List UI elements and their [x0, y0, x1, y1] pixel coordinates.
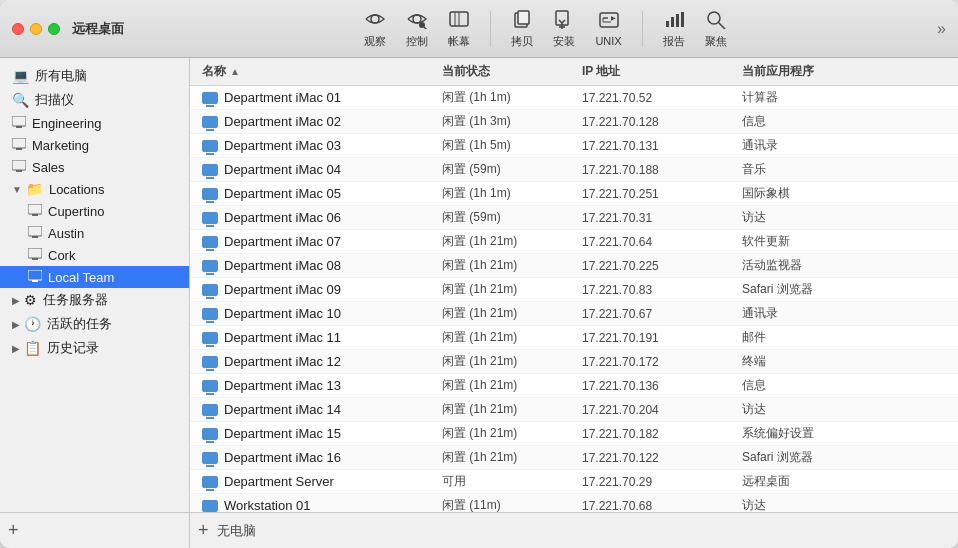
- svg-rect-35: [28, 248, 42, 258]
- cell-ip: 17.221.70.188: [582, 163, 742, 177]
- history-disclosure: ▶: [12, 343, 20, 354]
- table-row[interactable]: Department iMac 16 闲置 (1h 21m) 17.221.70…: [190, 446, 958, 470]
- sidebar-item-scanner[interactable]: 🔍 扫描仪: [0, 88, 189, 112]
- panel-add-button[interactable]: +: [198, 520, 209, 541]
- table-row[interactable]: Department iMac 05 闲置 (1h 1m) 17.221.70.…: [190, 182, 958, 206]
- observe-icon: [364, 9, 386, 32]
- sidebar-item-label: Locations: [49, 182, 181, 197]
- sidebar-add-button[interactable]: +: [8, 520, 19, 541]
- cell-name: Department iMac 15: [202, 426, 442, 441]
- table-row[interactable]: Department iMac 12 闲置 (1h 21m) 17.221.70…: [190, 350, 958, 374]
- table-row[interactable]: Department iMac 07 闲置 (1h 21m) 17.221.70…: [190, 230, 958, 254]
- table-row[interactable]: Department iMac 02 闲置 (1h 3m) 17.221.70.…: [190, 110, 958, 134]
- cell-app: 访达: [742, 497, 946, 512]
- sidebar-item-label: 所有电脑: [35, 67, 181, 85]
- sidebar-item-local-team[interactable]: Local Team: [0, 266, 189, 288]
- sidebar-item-engineering[interactable]: Engineering: [0, 112, 189, 134]
- computer-icon: [202, 140, 218, 152]
- table-row[interactable]: Department iMac 06 闲置 (59m) 17.221.70.31…: [190, 206, 958, 230]
- table-row[interactable]: Department iMac 01 闲置 (1h 1m) 17.221.70.…: [190, 86, 958, 110]
- svg-text:▶: ▶: [611, 15, 616, 21]
- sidebar-item-history[interactable]: ▶ 📋 历史记录: [0, 336, 189, 360]
- sidebar-item-cork[interactable]: Cork: [0, 244, 189, 266]
- cell-name: Department iMac 03: [202, 138, 442, 153]
- toolbar-control[interactable]: 控制: [406, 9, 428, 49]
- install-icon: [553, 9, 575, 32]
- column-header-status[interactable]: 当前状态: [442, 63, 582, 80]
- table-row[interactable]: Department iMac 10 闲置 (1h 21m) 17.221.70…: [190, 302, 958, 326]
- computer-panel: 名称 ▲ 当前状态 IP 地址 当前应用程序 Department iMac 0…: [190, 58, 958, 548]
- svg-point-1: [413, 15, 421, 23]
- sidebar-item-locations[interactable]: ▼ 📁 Locations: [0, 178, 189, 200]
- cell-ip: 17.221.70.68: [582, 499, 742, 513]
- sidebar-item-sales[interactable]: Sales: [0, 156, 189, 178]
- column-header-ip[interactable]: IP 地址: [582, 63, 742, 80]
- toolbar-install[interactable]: 安装: [553, 9, 575, 49]
- table-row[interactable]: Department iMac 13 闲置 (1h 21m) 17.221.70…: [190, 374, 958, 398]
- cell-name: Department iMac 10: [202, 306, 442, 321]
- cell-app: 计算器: [742, 89, 946, 106]
- marketing-icon: [12, 137, 26, 153]
- window-title: 远程桌面: [72, 20, 124, 38]
- cell-name: Department iMac 16: [202, 450, 442, 465]
- sidebar-item-label: 任务服务器: [43, 291, 181, 309]
- svg-rect-38: [32, 280, 38, 282]
- sidebar-item-active-tasks[interactable]: ▶ 🕐 活跃的任务: [0, 312, 189, 336]
- observe-label: 观察: [364, 34, 386, 49]
- sidebar-item-label: Austin: [48, 226, 181, 241]
- table-row[interactable]: Department iMac 14 闲置 (1h 21m) 17.221.70…: [190, 398, 958, 422]
- svg-rect-31: [28, 204, 42, 214]
- table-row[interactable]: Department iMac 08 闲置 (1h 21m) 17.221.70…: [190, 254, 958, 278]
- cell-ip: 17.221.70.136: [582, 379, 742, 393]
- svg-rect-21: [676, 14, 679, 27]
- cell-status: 闲置 (1h 1m): [442, 89, 582, 106]
- toolbar-copy[interactable]: 拷贝: [511, 9, 533, 49]
- svg-rect-29: [12, 160, 26, 170]
- curtain-icon: [448, 9, 470, 32]
- footer-status: 无电脑: [217, 522, 256, 540]
- cell-name: Department iMac 11: [202, 330, 442, 345]
- table-row[interactable]: Workstation 01 闲置 (11m) 17.221.70.68 访达: [190, 494, 958, 512]
- minimize-button[interactable]: [30, 23, 42, 35]
- computer-icon: [202, 428, 218, 440]
- table-row[interactable]: Department Server 可用 17.221.70.29 远程桌面: [190, 470, 958, 494]
- cell-app: 国际象棋: [742, 185, 946, 202]
- locations-icon: 📁: [26, 181, 43, 197]
- sidebar-item-all-computers[interactable]: 💻 所有电脑: [0, 64, 189, 88]
- panel-footer: + 无电脑: [190, 512, 958, 548]
- engineering-icon: [12, 115, 26, 131]
- maximize-button[interactable]: [48, 23, 60, 35]
- table-row[interactable]: Department iMac 04 闲置 (59m) 17.221.70.18…: [190, 158, 958, 182]
- column-header-name[interactable]: 名称 ▲: [202, 63, 442, 80]
- svg-rect-34: [32, 236, 38, 238]
- cell-status: 闲置 (59m): [442, 161, 582, 178]
- table-row[interactable]: Department iMac 03 闲置 (1h 5m) 17.221.70.…: [190, 134, 958, 158]
- close-button[interactable]: [12, 23, 24, 35]
- table-row[interactable]: Department iMac 09 闲置 (1h 21m) 17.221.70…: [190, 278, 958, 302]
- toolbar-report[interactable]: 报告: [663, 9, 685, 49]
- cupertino-icon: [28, 203, 42, 219]
- svg-point-23: [708, 12, 720, 24]
- table-row[interactable]: Department iMac 11 闲置 (1h 21m) 17.221.70…: [190, 326, 958, 350]
- toolbar-unix[interactable]: ▶ UNIX: [595, 10, 621, 47]
- local-team-icon: [28, 269, 42, 285]
- toolbar-focus[interactable]: 聚焦: [705, 9, 727, 49]
- sidebar-item-label: Local Team: [48, 270, 181, 285]
- column-header-app[interactable]: 当前应用程序: [742, 63, 946, 80]
- svg-rect-22: [681, 12, 684, 27]
- sidebar-item-austin[interactable]: Austin: [0, 222, 189, 244]
- cell-app: 软件更新: [742, 233, 946, 250]
- sidebar-item-task-servers[interactable]: ▶ ⚙ 任务服务器: [0, 288, 189, 312]
- sidebar-item-label: Cupertino: [48, 204, 181, 219]
- toolbar-curtain[interactable]: 帐幕: [448, 9, 470, 49]
- cell-app: 系统偏好设置: [742, 425, 946, 442]
- sidebar-item-cupertino[interactable]: Cupertino: [0, 200, 189, 222]
- sidebar: 💻 所有电脑 🔍 扫描仪 Engineering: [0, 58, 190, 548]
- computer-icon: [202, 476, 218, 488]
- sidebar-item-marketing[interactable]: Marketing: [0, 134, 189, 156]
- toolbar-right: »: [937, 20, 946, 38]
- table-row[interactable]: Department iMac 15 闲置 (1h 21m) 17.221.70…: [190, 422, 958, 446]
- more-button[interactable]: »: [937, 20, 946, 38]
- cell-name: Workstation 01: [202, 498, 442, 512]
- toolbar-observe[interactable]: 观察: [364, 9, 386, 49]
